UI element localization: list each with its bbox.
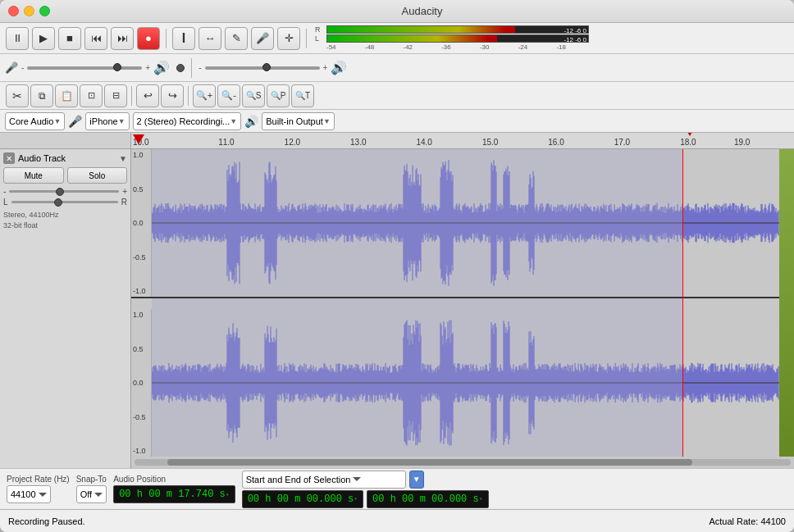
cut-button[interactable]: ✂: [6, 84, 29, 107]
zoom-in-button[interactable]: 🔍+: [193, 84, 216, 107]
gain-slider-row: - +: [3, 187, 127, 196]
waveform-view[interactable]: 1.0 0.5 0.0 -0.5 -1.0 1.0 0.5 0.0 -0.5 -…: [131, 149, 794, 457]
y-axis-bottom: 1.0 0.5 0.0 -0.5 -1.0: [131, 309, 152, 457]
record-button[interactable]: ●: [137, 27, 160, 50]
audio-position-label: Audio Position: [113, 475, 235, 484]
audio-position-control: 00 h 00 m 17.740 s ▾: [113, 485, 235, 503]
vu-label: -24: [518, 43, 528, 51]
snap-to-control: Off: [76, 485, 107, 503]
minimize-button[interactable]: [24, 6, 34, 16]
vu-label: -42: [403, 43, 413, 51]
zoom-out-button[interactable]: 🔍-: [217, 84, 240, 107]
copy-button[interactable]: ⧉: [30, 84, 53, 107]
scrollbar-thumb[interactable]: [167, 459, 692, 466]
track-menu-arrow[interactable]: ▼: [119, 154, 127, 163]
sel-start-arrow[interactable]: ▾: [354, 495, 358, 502]
audio-position-value: 00 h 00 m 17.740 s: [119, 489, 226, 500]
skip-start-button[interactable]: ⏮: [84, 27, 107, 50]
track-info: Stereo, 44100Hz32-bit float: [3, 210, 127, 230]
vu-label: -54: [326, 43, 336, 51]
maximize-button[interactable]: [39, 6, 50, 16]
multi-tool-button[interactable]: ✛: [277, 27, 300, 50]
sel-end-arrow[interactable]: ▾: [479, 495, 483, 502]
track-close-button[interactable]: ✕: [3, 152, 15, 164]
close-button[interactable]: [8, 6, 19, 16]
selection-expand-button[interactable]: ▼: [409, 471, 424, 489]
input-device-select[interactable]: iPhone: [85, 112, 129, 130]
pan-slider-row: L R: [3, 198, 127, 207]
main-track-area: ✕ Audio Track ▼ Mute Solo - + L: [0, 149, 794, 468]
selection-type-label: Start and End of Selection: [246, 475, 351, 484]
project-rate-group: Project Rate (Hz) 44100: [7, 475, 70, 503]
selection-type-arrow: [353, 477, 361, 481]
pause-button[interactable]: ⏸: [6, 27, 29, 50]
snap-to-select[interactable]: Off: [76, 485, 107, 503]
scrollbar-track[interactable]: [135, 459, 791, 466]
audio-position-display[interactable]: 00 h 00 m 17.740 s ▾: [113, 485, 235, 503]
pan-l-label: L: [3, 198, 8, 207]
status-bar: Recording Paused. Actual Rate: 44100: [0, 509, 794, 532]
vu-label: -36: [441, 43, 451, 51]
undo-button[interactable]: ↩: [136, 84, 159, 107]
speaker-icon: 🔊: [244, 115, 258, 128]
zoom-fit-proj-button[interactable]: 🔍P: [267, 84, 290, 107]
selection-end-display[interactable]: 00 h 00 m 00.000 s ▾: [367, 490, 488, 508]
horizontal-scrollbar[interactable]: [131, 457, 794, 468]
silence-button[interactable]: ⊟: [104, 84, 127, 107]
status-text: Recording Paused.: [8, 516, 85, 526]
mic-tool-button[interactable]: 🎤: [251, 27, 274, 50]
snap-to-label: Snap-To: [76, 475, 107, 484]
vu-meter-group: R -12 -6 0 L -12 -6 0 -54 -48 -42 -36 -3…: [315, 25, 589, 51]
gain-slider[interactable]: [9, 190, 119, 193]
track-name: Audio Track: [18, 153, 119, 163]
ruler-label: 12.0: [285, 138, 350, 147]
gain-minus-label: -: [3, 187, 6, 196]
device-bar: Core Audio 🎤 iPhone 2 (Stereo) Recording…: [0, 110, 794, 133]
edit-toolbar: ✂ ⧉ 📋 ⊡ ⊟ ↩ ↪ 🔍+ 🔍- 🔍S 🔍P 🔍T: [0, 82, 794, 110]
audio-position-group: Audio Position 00 h 00 m 17.740 s ▾: [113, 475, 235, 503]
transport-toolbar: ⏸ ▶ ■ ⏮ ⏭ ● I ↔ ✎ 🎤 ✛ R -12 -6 0 L: [0, 23, 794, 54]
pencil-tool-button[interactable]: ✎: [225, 27, 248, 50]
ruler-label: 14.0: [416, 138, 481, 147]
skip-end-button[interactable]: ⏭: [111, 27, 134, 50]
selection-type-select[interactable]: Start and End of Selection: [242, 471, 406, 489]
trim-button[interactable]: ⊡: [80, 84, 103, 107]
host-select[interactable]: Core Audio: [5, 112, 65, 130]
stop-button[interactable]: ■: [58, 27, 81, 50]
envelope-tool-button[interactable]: ↔: [198, 27, 221, 50]
separator2: [306, 29, 307, 48]
ruler-label: 11.0: [218, 138, 284, 147]
channel-divider: [131, 297, 794, 298]
sep-edit1: [131, 86, 132, 106]
solo-button[interactable]: Solo: [67, 167, 128, 184]
mute-button[interactable]: Mute: [3, 167, 64, 184]
paste-button[interactable]: 📋: [55, 84, 78, 107]
selection-group: Start and End of Selection ▼ 00 h 00 m 0…: [242, 471, 489, 508]
app-window: Audacity ⏸ ▶ ■ ⏮ ⏭ ● I ↔ ✎ 🎤 ✛ R -12 -6 …: [0, 0, 794, 532]
clip-indicator: [779, 149, 794, 457]
ruler-area[interactable]: 10.0 11.0 12.0 13.0 14.0 15.0 16.0 17.0 …: [131, 133, 794, 148]
pan-slider[interactable]: [11, 201, 118, 203]
snap-to-group: Snap-To Off: [76, 475, 107, 503]
project-rate-select[interactable]: 44100: [7, 485, 51, 503]
mute-solo-row: Mute Solo: [3, 167, 127, 184]
ruler-label: 19.0: [734, 138, 794, 147]
titlebar: Audacity: [0, 0, 794, 23]
actual-rate-text: Actual Rate: 44100: [709, 516, 786, 526]
select-tool-button[interactable]: I: [172, 27, 195, 50]
ruler-label: 17.0: [614, 138, 680, 147]
selection-start-value: 00 h 00 m 00.000 s: [248, 493, 354, 505]
play-button[interactable]: ▶: [32, 27, 55, 50]
zoom-toggle-button[interactable]: 🔍T: [291, 84, 314, 107]
vu-label: -18: [556, 43, 566, 51]
output-device-select[interactable]: Built-in Output: [262, 112, 335, 130]
time-arrow[interactable]: ▾: [226, 491, 230, 498]
redo-button[interactable]: ↪: [161, 84, 184, 107]
channel-select[interactable]: 2 (Stereo) Recordingi...: [133, 112, 242, 130]
zoom-fit-sel-button[interactable]: 🔍S: [242, 84, 265, 107]
timeline-ruler: 10.0 11.0 12.0 13.0 14.0 15.0 16.0 17.0 …: [0, 133, 794, 149]
selection-start-display[interactable]: 00 h 00 m 00.000 s ▾: [242, 490, 363, 508]
ruler-label: 15.0: [482, 138, 548, 147]
project-rate-arrow: [39, 493, 47, 497]
ruler-label: 18.0: [680, 138, 734, 147]
